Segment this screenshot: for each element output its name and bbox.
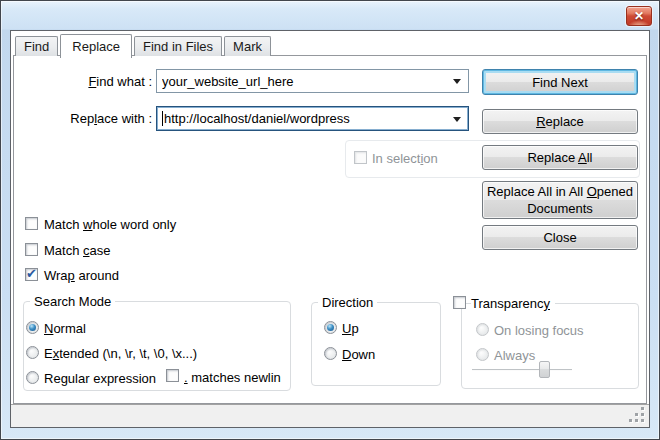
resize-grip[interactable] [629, 407, 645, 423]
search-mode-normal-label: Normal [44, 321, 86, 336]
transparency-slider-track[interactable] [472, 369, 572, 371]
chevron-down-icon[interactable] [453, 117, 461, 122]
find-what-value[interactable]: your_website_url_here [162, 70, 446, 92]
tab-replace[interactable]: Replace [60, 34, 132, 58]
search-mode-regex-radio[interactable] [26, 371, 39, 384]
match-case-checkbox[interactable] [25, 243, 38, 256]
close-dialog-button[interactable]: Close [482, 225, 638, 250]
search-mode-group-label: Search Mode [30, 294, 115, 309]
tab-mark[interactable]: Mark [224, 36, 271, 56]
always-label: Always [494, 348, 535, 363]
match-whole-word-label: Match whole word only [44, 217, 176, 232]
check-icon: ✔ [26, 268, 37, 279]
match-case-label: Match case [44, 243, 110, 258]
titlebar[interactable]: ✕ [1, 1, 659, 30]
transparency-group [461, 303, 639, 389]
direction-up-radio[interactable] [324, 321, 337, 334]
replace-dialog-window: ✕ Find Replace Find in Files Mark Find w… [0, 0, 660, 440]
direction-up-label: Up [342, 321, 359, 336]
direction-down-label: Down [342, 347, 375, 362]
in-selection-checkbox[interactable] [354, 151, 367, 164]
text-caret [162, 111, 163, 126]
find-what-combobox[interactable]: your_website_url_here [156, 69, 469, 93]
replace-button[interactable]: Replace [482, 109, 638, 134]
close-icon: ✕ [634, 10, 644, 22]
on-losing-focus-label: On losing focus [494, 323, 584, 338]
always-radio[interactable] [476, 348, 489, 361]
search-mode-extended-label: Extended (\n, \r, \t, \0, \x...) [44, 346, 197, 361]
dialog-bottom-strip [11, 404, 649, 427]
chevron-down-icon[interactable] [453, 79, 461, 84]
find-what-label: Find what : [11, 74, 152, 89]
direction-group-label: Direction [318, 295, 377, 310]
transparency-checkbox[interactable] [453, 296, 466, 309]
dot-matches-newline-label: . matches newlin [184, 370, 281, 385]
direction-down-radio[interactable] [324, 347, 337, 360]
on-losing-focus-radio[interactable] [476, 323, 489, 336]
replace-all-opened-button[interactable]: Replace All in All Opened Documents [482, 181, 638, 219]
search-mode-extended-radio[interactable] [26, 346, 39, 359]
close-button[interactable]: ✕ [626, 6, 652, 26]
wrap-around-label: Wrap around [44, 268, 119, 283]
wrap-around-checkbox[interactable]: ✔ [25, 268, 38, 281]
search-mode-regex-label: Regular expression [44, 371, 156, 386]
direction-group: Direction [311, 302, 441, 386]
dialog-client-area: Find Replace Find in Files Mark Find wha… [10, 30, 650, 428]
replace-with-value[interactable]: http://localhost/daniel/wordpress [162, 107, 446, 130]
replace-with-label: Replace with : [11, 111, 152, 126]
transparency-label: Transparency [471, 296, 555, 311]
in-selection-label: In selection [372, 151, 438, 166]
find-next-button[interactable]: Find Next [482, 69, 638, 95]
replace-with-combobox[interactable]: http://localhost/daniel/wordpress [156, 106, 469, 131]
transparency-slider-thumb[interactable] [539, 361, 550, 378]
tab-find-in-files[interactable]: Find in Files [134, 36, 222, 56]
tab-find[interactable]: Find [15, 36, 58, 56]
replace-all-button[interactable]: Replace All [482, 145, 638, 170]
match-whole-word-checkbox[interactable] [25, 217, 38, 230]
dot-matches-newline-checkbox[interactable] [166, 369, 179, 382]
search-mode-normal-radio[interactable] [26, 321, 39, 334]
tab-bar: Find Replace Find in Files Mark [15, 33, 273, 56]
